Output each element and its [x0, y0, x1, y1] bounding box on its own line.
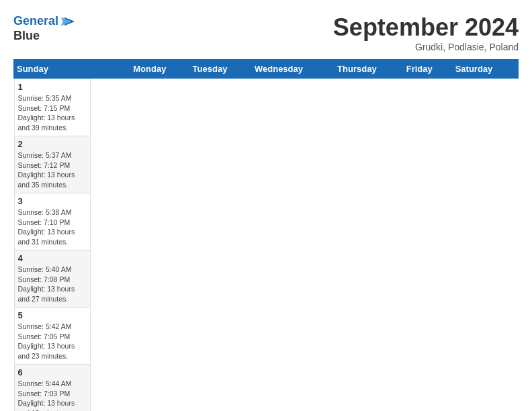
table-row: 6 Sunrise: 5:44 AM Sunset: 7:03 PM Dayli… — [14, 365, 90, 412]
calendar-table: Sunday Monday Tuesday Wednesday Thursday… — [13, 59, 519, 411]
header-wednesday: Wednesday — [251, 60, 334, 79]
table-row: 5 Sunrise: 5:42 AM Sunset: 7:05 PM Dayli… — [14, 308, 90, 365]
header-saturday: Saturday — [452, 60, 518, 79]
table-row: 1 Sunrise: 5:35 AM Sunset: 7:15 PM Dayli… — [14, 79, 90, 136]
logo: General Blue — [13, 13, 76, 43]
header-friday: Friday — [403, 60, 452, 79]
calendar-week-row: 1 Sunrise: 5:35 AM Sunset: 7:15 PM Dayli… — [14, 79, 519, 412]
table-row: 2 Sunrise: 5:37 AM Sunset: 7:12 PM Dayli… — [14, 136, 90, 193]
header-sunday: Sunday — [14, 60, 130, 79]
calendar-header-row: Sunday Monday Tuesday Wednesday Thursday… — [14, 60, 519, 79]
table-row: 3 Sunrise: 5:38 AM Sunset: 7:10 PM Dayli… — [14, 193, 90, 250]
logo-text: General Blue — [13, 13, 76, 43]
location-subtitle: Grudki, Podlasie, Poland — [333, 42, 519, 52]
header-thursday: Thursday — [335, 60, 404, 79]
header-monday: Monday — [130, 60, 189, 79]
table-row: 4 Sunrise: 5:40 AM Sunset: 7:08 PM Dayli… — [14, 250, 90, 308]
header-tuesday: Tuesday — [189, 60, 251, 79]
page-header: General Blue September 2024 Grudki, Podl… — [13, 13, 519, 52]
title-block: September 2024 Grudki, Podlasie, Poland — [333, 13, 519, 52]
month-title: September 2024 — [333, 13, 519, 42]
